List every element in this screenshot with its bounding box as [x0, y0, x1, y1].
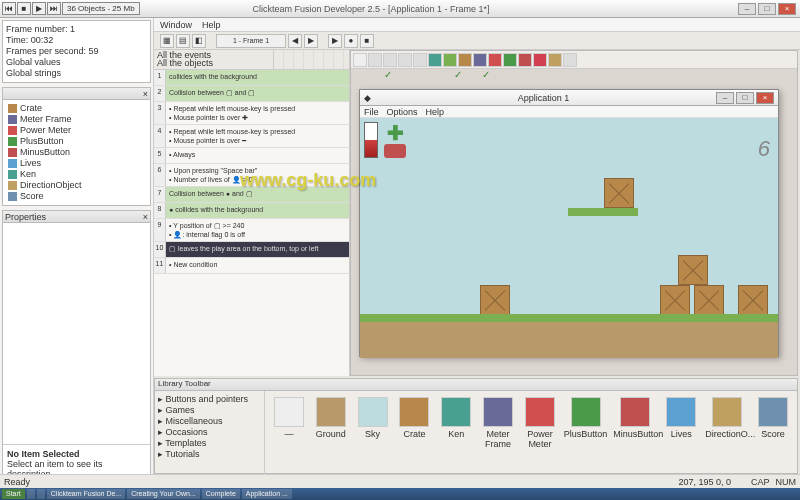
- tool-button[interactable]: ■: [360, 34, 374, 48]
- play-button[interactable]: ▶: [32, 2, 46, 15]
- library-item[interactable]: PlusButton: [564, 397, 608, 439]
- object-item[interactable]: DirectionObject: [6, 180, 147, 191]
- library-item[interactable]: —: [271, 397, 307, 439]
- object-item[interactable]: Crate: [6, 103, 147, 114]
- library-label: Lives: [663, 429, 699, 439]
- event-row[interactable]: 9• Y position of ▢ >= 240• 👤: internal f…: [154, 219, 349, 242]
- game-menu-file[interactable]: File: [364, 107, 379, 117]
- strip-icon[interactable]: [353, 53, 367, 67]
- strip-icon[interactable]: [458, 53, 472, 67]
- tree-item[interactable]: ▸ Games: [158, 405, 261, 416]
- status-cap: CAP: [751, 477, 770, 487]
- tree-item[interactable]: ▸ Tutorials: [158, 449, 261, 460]
- event-condition: • Repeat while left mouse-key is pressed…: [166, 102, 349, 124]
- tool-button[interactable]: ▦: [160, 34, 174, 48]
- taskbar[interactable]: StartClickteam Fusion De...Creating Your…: [0, 488, 800, 500]
- object-item[interactable]: Ken: [6, 169, 147, 180]
- library-item[interactable]: Sky: [355, 397, 391, 439]
- menu-help[interactable]: Help: [202, 20, 221, 30]
- library-tree[interactable]: ▸ Buttons and pointers▸ Games▸ Miscellan…: [155, 391, 265, 475]
- tree-item[interactable]: ▸ Miscellaneous: [158, 416, 261, 427]
- taskbar-item[interactable]: Clickteam Fusion De...: [47, 489, 125, 499]
- event-row[interactable]: 8● collides with the background: [154, 203, 349, 219]
- tree-item[interactable]: ▸ Buttons and pointers: [158, 394, 261, 405]
- game-view[interactable]: ✚ 6: [360, 118, 778, 358]
- taskbar-item[interactable]: [37, 489, 45, 499]
- tool-button[interactable]: ◧: [192, 34, 206, 48]
- object-item[interactable]: Meter Frame: [6, 114, 147, 125]
- tool-button[interactable]: ▶: [328, 34, 342, 48]
- library-item[interactable]: MinusButton: [613, 397, 657, 439]
- tree-item[interactable]: ▸ Occasions: [158, 427, 261, 438]
- strip-icon[interactable]: [488, 53, 502, 67]
- object-item[interactable]: Power Meter: [6, 125, 147, 136]
- event-row[interactable]: 11• New condition: [154, 258, 349, 274]
- strip-icon[interactable]: [428, 53, 442, 67]
- game-titlebar[interactable]: ◆ Application 1 –□×: [360, 90, 778, 106]
- tool-button[interactable]: ▤: [176, 34, 190, 48]
- maximize-button[interactable]: □: [758, 3, 776, 15]
- library-item[interactable]: Ken: [438, 397, 474, 439]
- tree-item[interactable]: ▸ Templates: [158, 438, 261, 449]
- event-num: 9: [154, 219, 166, 241]
- strip-icon[interactable]: [533, 53, 547, 67]
- object-item[interactable]: Lives: [6, 158, 147, 169]
- library-item[interactable]: Crate: [396, 397, 432, 439]
- library-item[interactable]: Power Meter: [522, 397, 558, 449]
- close-icon[interactable]: ×: [143, 89, 148, 99]
- taskbar-item[interactable]: Creating Your Own...: [127, 489, 200, 499]
- strip-icon[interactable]: [563, 53, 577, 67]
- info-fps: Frames per second: 59: [6, 46, 147, 57]
- library-item[interactable]: Lives: [663, 397, 699, 439]
- minimize-button[interactable]: –: [716, 92, 734, 104]
- frame-dropdown[interactable]: 1 - Frame 1: [216, 34, 286, 48]
- library-item[interactable]: Meter Frame: [480, 397, 516, 449]
- close-button[interactable]: ×: [756, 92, 774, 104]
- strip-icon[interactable]: [398, 53, 412, 67]
- plus-button[interactable]: ✚: [384, 122, 406, 144]
- rewind-button[interactable]: ⏮: [2, 2, 16, 15]
- maximize-button[interactable]: □: [736, 92, 754, 104]
- object-item[interactable]: MinusButton: [6, 147, 147, 158]
- strip-icon[interactable]: [413, 53, 427, 67]
- ff-button[interactable]: ⏭: [47, 2, 61, 15]
- library-item[interactable]: DirectionO...: [705, 397, 749, 439]
- strip-icon[interactable]: [503, 53, 517, 67]
- next-button[interactable]: ▶: [304, 34, 318, 48]
- strip-icon[interactable]: [383, 53, 397, 67]
- taskbar-item[interactable]: [27, 489, 35, 499]
- strip-icon[interactable]: [473, 53, 487, 67]
- library-label: MinusButton: [613, 429, 657, 439]
- minus-button[interactable]: [384, 144, 406, 158]
- event-row[interactable]: 2Collision between ▢ and ▢: [154, 86, 349, 102]
- minimize-button[interactable]: –: [738, 3, 756, 15]
- objects-header: ×: [3, 88, 150, 100]
- start-button[interactable]: Start: [2, 489, 25, 499]
- event-row[interactable]: 5• Always: [154, 148, 349, 164]
- close-icon[interactable]: ×: [143, 212, 148, 222]
- game-menu-help[interactable]: Help: [426, 107, 445, 117]
- close-button[interactable]: ×: [778, 3, 796, 15]
- strip-icon[interactable]: [443, 53, 457, 67]
- taskbar-item[interactable]: Application ...: [242, 489, 292, 499]
- library-label: DirectionO...: [705, 429, 749, 439]
- taskbar-item[interactable]: Complete: [202, 489, 240, 499]
- library-items: —GroundSkyCrateKenMeter FramePower Meter…: [265, 391, 797, 475]
- stop-button[interactable]: ■: [17, 2, 31, 15]
- library-item[interactable]: Score: [755, 397, 791, 439]
- strip-icon[interactable]: [548, 53, 562, 67]
- event-row[interactable]: 1collides with the background: [154, 70, 349, 86]
- event-row[interactable]: 4• Repeat while left mouse-key is presse…: [154, 125, 349, 148]
- event-row[interactable]: 3• Repeat while left mouse-key is presse…: [154, 102, 349, 125]
- tool-button[interactable]: ●: [344, 34, 358, 48]
- object-item[interactable]: Score: [6, 191, 147, 202]
- event-condition: ▢ leaves the play area on the bottom, to…: [166, 242, 349, 257]
- event-row[interactable]: 10▢ leaves the play area on the bottom, …: [154, 242, 349, 258]
- prev-button[interactable]: ◀: [288, 34, 302, 48]
- menu-window[interactable]: Window: [160, 20, 192, 30]
- game-menu-options[interactable]: Options: [387, 107, 418, 117]
- strip-icon[interactable]: [518, 53, 532, 67]
- library-item[interactable]: Ground: [313, 397, 349, 439]
- object-item[interactable]: PlusButton: [6, 136, 147, 147]
- strip-icon[interactable]: [368, 53, 382, 67]
